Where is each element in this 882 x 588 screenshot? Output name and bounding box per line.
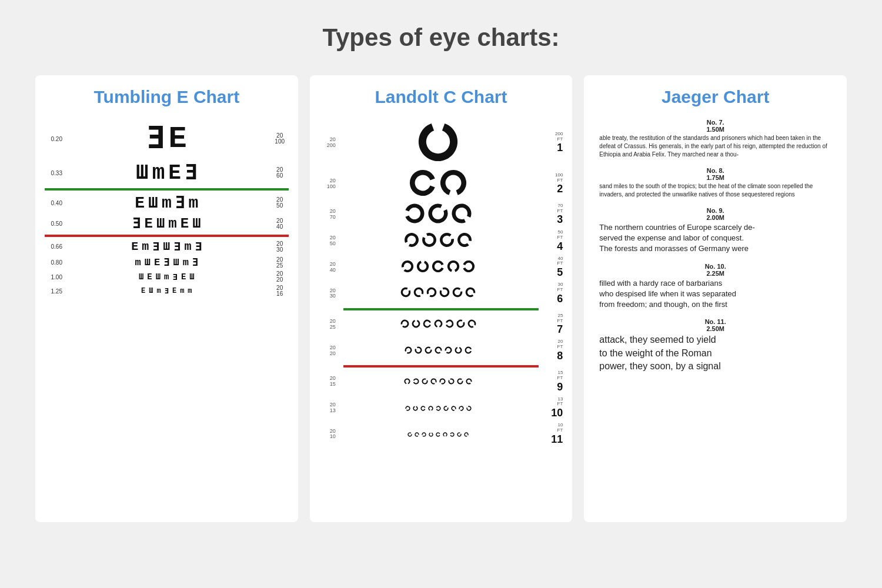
c-right-label-num: 3	[546, 213, 563, 226]
c-symbol	[439, 376, 446, 387]
c-left-label: 20100	[319, 178, 336, 190]
c-left-label: 2030	[319, 288, 336, 300]
jaeger-section-text: The northern countries of Europe scarcel…	[599, 222, 754, 255]
landolt-c-symbol	[400, 287, 411, 298]
c-left-label: 2010	[319, 429, 336, 440]
landolt-c-symbol	[427, 203, 449, 224]
c-row: 2013 13FT10	[319, 395, 563, 422]
e-letter: Ǝ	[173, 239, 181, 254]
red-line	[45, 235, 289, 237]
e-letter: m	[180, 287, 184, 295]
landolt-c-symbol	[466, 406, 472, 411]
c-symbol	[462, 260, 475, 275]
jaeger-section: No. 7. 1.50Mable treaty, the restitution…	[599, 119, 831, 159]
c-left-label: 2013	[319, 402, 336, 414]
e-letter: Ш	[173, 257, 179, 268]
c-letters	[337, 319, 540, 330]
c-row: 2030 30FT6	[319, 280, 563, 307]
e-letter: m	[189, 194, 199, 212]
landolt-c-symbol	[436, 432, 440, 437]
jaeger-section-text: able treaty, the restitution of the stan…	[599, 134, 831, 159]
e-letter: E	[135, 194, 145, 212]
e-letter: E	[172, 287, 176, 295]
e-row: 0.33ШmEƎ2060	[45, 159, 289, 187]
landolt-c-symbol	[443, 432, 447, 437]
c-symbol	[464, 429, 469, 439]
c-right-label-small: 30FT	[546, 282, 563, 293]
e-letter: Ш	[148, 194, 158, 212]
e-letter: m	[135, 257, 141, 268]
landolt-c-symbol	[429, 432, 433, 437]
landolt-c-symbol	[465, 287, 476, 298]
landolt-c-symbol	[451, 203, 472, 224]
c-right-label-num: 10	[546, 407, 563, 419]
landolt-c-symbol	[465, 346, 472, 354]
e-letter: Ǝ	[165, 287, 169, 296]
e-right-label: 2020	[271, 271, 289, 283]
jaeger-content: No. 7. 1.50Mable treaty, the restitution…	[593, 119, 837, 373]
landolt-c-symbol	[452, 287, 463, 298]
e-row: 0.20ƎE20100	[45, 119, 289, 159]
e-letter: E	[181, 216, 189, 232]
e-letter: Ǝ	[152, 239, 159, 254]
c-row: 2070 70FT3	[319, 201, 563, 228]
e-letter: Ш	[156, 272, 161, 282]
e-letter: m	[188, 287, 192, 295]
landolt-c-symbol	[425, 346, 432, 354]
c-symbol	[404, 376, 410, 387]
e-letter: Ǝ	[175, 193, 185, 213]
charts-container: Tumbling E Chart 0.20ƎE201000.33ШmEƎ2060…	[35, 75, 847, 522]
c-symbol	[447, 260, 460, 275]
e-left-label: 0.66	[45, 243, 62, 250]
c-symbol	[415, 429, 419, 439]
e-left-label: 0.40	[45, 200, 62, 206]
c-symbol	[443, 403, 449, 413]
e-letters: ШmEƎ	[65, 160, 269, 186]
c-symbol	[427, 203, 449, 226]
landolt-c-symbol	[439, 232, 455, 248]
e-row: 1.25EШmƎEmm2016	[45, 284, 289, 298]
e-row: 1.00ШEШmƎEШ2020	[45, 270, 289, 284]
landolt-c-symbol	[459, 406, 464, 411]
c-right-label-small: 20FT	[546, 339, 563, 350]
e-letter: E	[147, 272, 152, 282]
e-letter: m	[142, 240, 149, 253]
c-left-label: 2020	[319, 345, 336, 357]
landolt-c-symbol	[413, 287, 424, 298]
c-letters	[337, 429, 540, 439]
green-line	[45, 188, 289, 191]
e-letter: E	[154, 257, 160, 268]
c-symbol	[439, 287, 450, 300]
e-letters: EШmƎm	[65, 193, 269, 213]
c-symbol	[400, 319, 409, 330]
e-letter: Ш	[192, 216, 201, 232]
c-symbol	[420, 403, 426, 413]
jaeger-section-label: No. 7. 1.50M	[599, 119, 831, 133]
tumbling-e-content: 0.20ƎE201000.33ШmEƎ20600.40EШmƎm20500.50…	[45, 119, 289, 298]
c-right-label-num: 6	[546, 293, 563, 305]
c-symbol	[450, 429, 455, 439]
c-letters	[337, 346, 540, 356]
e-row: 0.80mШEƎШmƎ2025	[45, 255, 289, 270]
e-right-label: 2040	[271, 218, 289, 230]
landolt-c-symbol	[405, 406, 410, 411]
c-symbol	[416, 260, 429, 275]
landolt-c-symbol	[404, 378, 410, 385]
e-letter: Ǝ	[163, 256, 169, 269]
e-letter: Ш	[139, 272, 143, 282]
landolt-c-content: 20200 200FT120100 100FT22070 70FT32050 5…	[319, 119, 563, 447]
c-symbol	[452, 287, 463, 300]
e-left-label: 0.33	[45, 170, 62, 176]
landolt-c-symbol	[415, 346, 422, 354]
c-right-label-small: 10FT	[546, 423, 563, 433]
e-right-label: 2030	[271, 241, 289, 253]
landolt-c-symbol	[439, 287, 450, 298]
jaeger-section: No. 10. 2.25Mfilled with a hardy race of…	[599, 263, 831, 310]
e-letter: Ǝ	[173, 272, 178, 282]
c-symbol	[459, 403, 464, 413]
landolt-c-symbol	[455, 346, 462, 354]
c-right-label-num: 11	[546, 433, 563, 446]
c-symbol	[422, 429, 426, 439]
e-right-label: 2050	[271, 197, 289, 209]
jaeger-section-text: sand miles to the south of the tropics; …	[599, 182, 831, 199]
